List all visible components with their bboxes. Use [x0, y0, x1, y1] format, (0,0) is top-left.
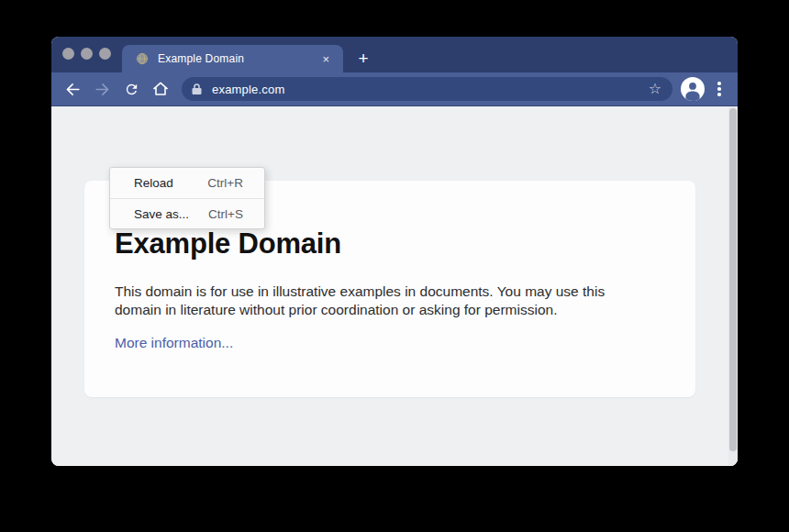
titlebar: Example Domain × + [51, 37, 738, 72]
menu-item-shortcut: Ctrl+R [207, 176, 243, 190]
tab-title: Example Domain [158, 52, 319, 65]
menu-item-reload[interactable]: Reload Ctrl+R [110, 168, 264, 198]
browser-window: Example Domain × + [51, 37, 738, 466]
menu-item-shortcut: Ctrl+S [208, 207, 243, 221]
kebab-menu-icon [717, 82, 721, 85]
lock-icon [191, 83, 203, 95]
menu-item-save-as[interactable]: Save as... Ctrl+S [110, 198, 264, 228]
address-bar[interactable]: example.com ☆ [182, 77, 672, 101]
menu-item-label: Save as... [134, 207, 189, 221]
kebab-menu-icon [717, 87, 721, 91]
profile-button[interactable] [681, 77, 705, 101]
context-menu: Reload Ctrl+R Save as... Ctrl+S [109, 167, 265, 229]
browser-menu-button[interactable] [714, 82, 725, 96]
home-button[interactable] [149, 77, 172, 101]
reload-button[interactable] [119, 77, 143, 101]
tab-close-icon[interactable]: × [319, 51, 332, 67]
reload-icon [124, 82, 139, 97]
url-text[interactable]: example.com [212, 83, 645, 96]
page-heading: Example Domain [115, 228, 659, 260]
menu-item-label: Reload [134, 176, 173, 190]
new-tab-button[interactable]: + [354, 45, 372, 72]
scrollbar-thumb[interactable] [729, 108, 737, 451]
home-icon [151, 80, 170, 98]
page-content: Example Domain This domain is for use in… [51, 106, 738, 466]
page-paragraph: This domain is for use in illustrative e… [115, 283, 654, 319]
zoom-window-button[interactable] [99, 48, 111, 60]
back-button[interactable] [61, 77, 84, 101]
back-icon [64, 81, 82, 98]
minimize-window-button[interactable] [81, 48, 93, 60]
bookmark-star-icon[interactable]: ☆ [645, 82, 665, 96]
person-icon [681, 77, 705, 101]
tab-example-domain[interactable]: Example Domain × [122, 45, 343, 72]
close-window-button[interactable] [62, 48, 74, 60]
forward-button[interactable] [90, 77, 114, 101]
globe-favicon-icon [136, 52, 149, 65]
more-information-link[interactable]: More information... [115, 335, 233, 351]
kebab-menu-icon [717, 93, 721, 96]
forward-icon [94, 81, 111, 98]
screen: Example Domain × + [0, 0, 789, 532]
scrollbar[interactable] [728, 106, 738, 466]
navigation-toolbar: example.com ☆ [51, 72, 738, 106]
window-controls [62, 48, 111, 60]
